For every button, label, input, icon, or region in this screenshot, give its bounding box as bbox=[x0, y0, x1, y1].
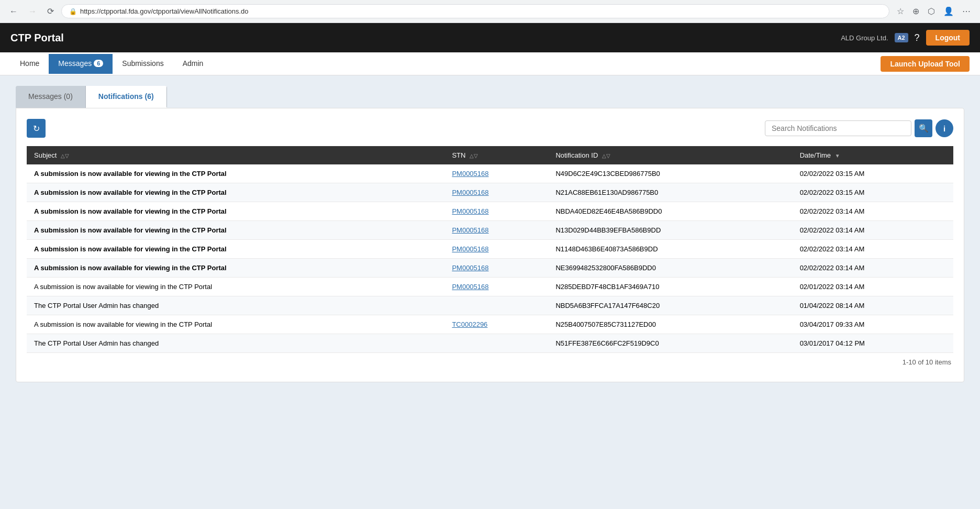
tab-messages[interactable]: Messages (0) bbox=[16, 86, 86, 108]
stn-link[interactable]: PM0005168 bbox=[452, 226, 488, 234]
stn-cell[interactable]: PM0005168 bbox=[444, 202, 548, 221]
pagination-label: 1-10 of 10 items bbox=[903, 358, 951, 366]
table-row: A submission is now available for viewin… bbox=[27, 278, 953, 296]
stn-cell bbox=[444, 334, 548, 353]
toolbar: ↻ 🔍 i bbox=[27, 119, 953, 138]
table-row: A submission is now available for viewin… bbox=[27, 221, 953, 240]
search-button[interactable]: 🔍 bbox=[915, 119, 932, 137]
notification-id-cell: N285DEBD7F48CB1AF3469A710 bbox=[548, 278, 792, 296]
datetime-cell: 02/01/2022 03:14 AM bbox=[793, 278, 953, 296]
pagination: 1-10 of 10 items bbox=[27, 353, 953, 371]
notification-id-cell: NBDA40ED82E46E4BA586B9DD0 bbox=[548, 202, 792, 221]
subject-cell: A submission is now available for viewin… bbox=[27, 278, 444, 296]
tab-notifications[interactable]: Notifications (6) bbox=[86, 86, 167, 108]
reading-list-button[interactable]: ⊕ bbox=[909, 4, 922, 18]
launch-upload-tool-button[interactable]: Launch Upload Tool bbox=[881, 56, 970, 72]
stn-cell[interactable]: PM0005168 bbox=[444, 183, 548, 202]
notification-id-cell: N1148D463B6E40873A586B9DD bbox=[548, 240, 792, 259]
messages-badge: 6 bbox=[94, 60, 103, 67]
stn-cell[interactable]: PM0005168 bbox=[444, 164, 548, 183]
browser-chrome: ← → ⟳ 🔒 https://ctpportal.fda.gov/ctppor… bbox=[0, 0, 980, 23]
notification-id-cell: NBD5A6B3FFCA17A147F648C20 bbox=[548, 296, 792, 315]
subject-cell: A submission is now available for viewin… bbox=[27, 164, 444, 183]
lock-icon: 🔒 bbox=[69, 8, 77, 15]
notification-id-cell: NE3699482532800FA586B9DD0 bbox=[548, 259, 792, 278]
back-button[interactable]: ← bbox=[6, 5, 21, 18]
notification-id-cell: N21AC88EB61E130AD986775B0 bbox=[548, 183, 792, 202]
table-row: A submission is now available for viewin… bbox=[27, 202, 953, 221]
stn-cell[interactable]: PM0005168 bbox=[444, 278, 548, 296]
logout-button[interactable]: Logout bbox=[926, 30, 970, 46]
tab-container: Messages (0) Notifications (6) bbox=[16, 86, 167, 108]
datetime-cell: 02/02/2022 03:14 AM bbox=[793, 221, 953, 240]
datetime-sort-icon: ▼ bbox=[835, 153, 840, 159]
bookmark-star-button[interactable]: ☆ bbox=[894, 4, 907, 18]
stn-link[interactable]: PM0005168 bbox=[452, 245, 488, 253]
datetime-cell: 02/02/2022 03:14 AM bbox=[793, 202, 953, 221]
nav-item-messages[interactable]: Messages 6 bbox=[49, 54, 113, 74]
stn-sort-icon: △▽ bbox=[470, 153, 478, 159]
nav-bar: Home Messages 6 Submissions Admin Launch… bbox=[0, 52, 980, 75]
stn-link[interactable]: TC0002296 bbox=[452, 320, 487, 328]
refresh-icon: ↻ bbox=[33, 124, 40, 134]
address-bar[interactable]: 🔒 https://ctpportal.fda.gov/ctpportal/vi… bbox=[61, 4, 889, 18]
stn-cell[interactable]: PM0005168 bbox=[444, 221, 548, 240]
stn-cell[interactable]: TC0002296 bbox=[444, 315, 548, 334]
nav-item-submissions[interactable]: Submissions bbox=[113, 54, 173, 74]
search-container: 🔍 i bbox=[765, 119, 953, 137]
header-right: ALD Group Ltd. A2 ? Logout bbox=[841, 30, 970, 46]
stn-cell[interactable]: PM0005168 bbox=[444, 240, 548, 259]
main-content: Messages (0) Notifications (6) ↻ 🔍 i bbox=[0, 75, 980, 509]
info-button[interactable]: i bbox=[936, 119, 953, 137]
datetime-cell: 02/02/2022 03:15 AM bbox=[793, 164, 953, 183]
stn-link[interactable]: PM0005168 bbox=[452, 264, 488, 272]
table-row: The CTP Portal User Admin has changedNBD… bbox=[27, 296, 953, 315]
col-subject[interactable]: Subject △▽ bbox=[27, 146, 444, 164]
reload-button[interactable]: ⟳ bbox=[44, 4, 57, 18]
stn-link[interactable]: PM0005168 bbox=[452, 170, 488, 178]
browser-actions: ☆ ⊕ ⬡ 👤 ⋯ bbox=[894, 4, 974, 18]
stn-link[interactable]: PM0005168 bbox=[452, 283, 488, 291]
datetime-cell: 01/04/2022 08:14 AM bbox=[793, 296, 953, 315]
col-notification-id[interactable]: Notification ID △▽ bbox=[548, 146, 792, 164]
table-row: A submission is now available for viewin… bbox=[27, 164, 953, 183]
notification-id-cell: N13D029D44BB39EFBA586B9DD bbox=[548, 221, 792, 240]
subject-cell: The CTP Portal User Admin has changed bbox=[27, 334, 444, 353]
subject-cell: A submission is now available for viewin… bbox=[27, 202, 444, 221]
datetime-cell: 02/02/2022 03:14 AM bbox=[793, 259, 953, 278]
notifications-table: Subject △▽ STN △▽ Notification ID △▽ Dat… bbox=[27, 146, 953, 353]
table-body: A submission is now available for viewin… bbox=[27, 164, 953, 353]
subject-cell: A submission is now available for viewin… bbox=[27, 240, 444, 259]
nav-item-admin[interactable]: Admin bbox=[173, 54, 213, 74]
col-stn[interactable]: STN △▽ bbox=[444, 146, 548, 164]
subject-cell: A submission is now available for viewin… bbox=[27, 315, 444, 334]
subject-cell: A submission is now available for viewin… bbox=[27, 259, 444, 278]
help-button[interactable]: ? bbox=[915, 32, 920, 43]
table-row: The CTP Portal User Admin has changedN51… bbox=[27, 334, 953, 353]
notification-id-cell: N25B4007507E85C731127ED00 bbox=[548, 315, 792, 334]
forward-button[interactable]: → bbox=[25, 5, 40, 18]
subject-cell: A submission is now available for viewin… bbox=[27, 183, 444, 202]
table-row: A submission is now available for viewin… bbox=[27, 259, 953, 278]
search-input[interactable] bbox=[765, 120, 911, 136]
main-panel: ↻ 🔍 i Subject △▽ STN △▽ bbox=[16, 108, 964, 382]
stn-link[interactable]: PM0005168 bbox=[452, 189, 488, 196]
table-row: A submission is now available for viewin… bbox=[27, 315, 953, 334]
datetime-cell: 03/01/2017 04:12 PM bbox=[793, 334, 953, 353]
subject-cell: The CTP Portal User Admin has changed bbox=[27, 296, 444, 315]
nav-item-home[interactable]: Home bbox=[10, 54, 49, 74]
datetime-cell: 02/02/2022 03:15 AM bbox=[793, 183, 953, 202]
extensions-button[interactable]: ⬡ bbox=[925, 4, 938, 18]
table-row: A submission is now available for viewin… bbox=[27, 240, 953, 259]
datetime-cell: 03/04/2017 09:33 AM bbox=[793, 315, 953, 334]
notification-id-cell: N51FFE387E6C66FC2F519D9C0 bbox=[548, 334, 792, 353]
url-text: https://ctpportal.fda.gov/ctpportal/view… bbox=[80, 7, 249, 15]
col-datetime[interactable]: Date/Time ▼ bbox=[793, 146, 953, 164]
more-menu-button[interactable]: ⋯ bbox=[959, 4, 974, 18]
stn-link[interactable]: PM0005168 bbox=[452, 207, 488, 215]
table-row: A submission is now available for viewin… bbox=[27, 183, 953, 202]
profile-button[interactable]: 👤 bbox=[940, 4, 957, 18]
refresh-button[interactable]: ↻ bbox=[27, 119, 46, 138]
stn-cell[interactable]: PM0005168 bbox=[444, 259, 548, 278]
company-name: ALD Group Ltd. bbox=[841, 34, 888, 42]
